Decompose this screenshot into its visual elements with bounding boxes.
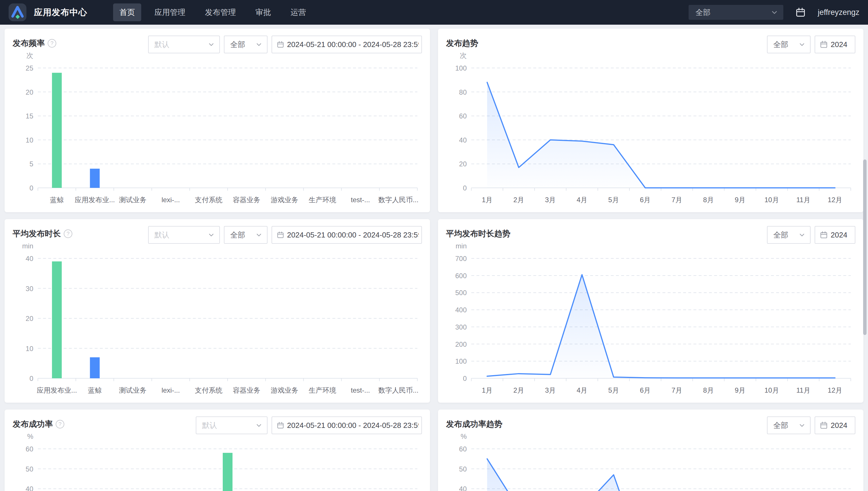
help-icon[interactable]: ? bbox=[56, 420, 64, 429]
chevron-down-icon bbox=[798, 231, 806, 238]
svg-text:支付系统: 支付系统 bbox=[195, 386, 222, 394]
svg-text:4月: 4月 bbox=[577, 386, 587, 394]
tab-operations[interactable]: 运营 bbox=[284, 3, 312, 21]
nav-scope-select-value: 全部 bbox=[696, 7, 710, 18]
username[interactable]: jeffreyzengz bbox=[818, 8, 859, 17]
help-icon[interactable]: ? bbox=[48, 39, 56, 48]
app-logo[interactable] bbox=[9, 3, 26, 21]
card-release-frequency: 发布频率 ? 默认 全部 2024-05-21 00:00:00 - 2024-… bbox=[5, 29, 430, 212]
release-frequency-chart[interactable]: 次0510152025蓝鲸应用发布业...测试业务lexi-...支付系统容器业… bbox=[12, 49, 422, 209]
svg-text:400: 400 bbox=[455, 306, 467, 314]
tab-app-management[interactable]: 应用管理 bbox=[148, 3, 192, 21]
svg-text:5: 5 bbox=[30, 160, 33, 168]
card-title: 平均发布时长 bbox=[12, 228, 61, 239]
svg-text:6月: 6月 bbox=[640, 386, 650, 394]
svg-text:11月: 11月 bbox=[796, 196, 810, 204]
svg-text:3月: 3月 bbox=[545, 196, 556, 204]
chevron-down-icon bbox=[208, 41, 215, 48]
svg-text:0: 0 bbox=[30, 375, 33, 382]
svg-text:100: 100 bbox=[455, 357, 467, 365]
svg-text:25: 25 bbox=[26, 64, 33, 72]
svg-text:8月: 8月 bbox=[703, 196, 714, 204]
calendar-icon[interactable] bbox=[795, 7, 806, 18]
svg-text:20: 20 bbox=[459, 160, 467, 168]
tab-release-management[interactable]: 发布管理 bbox=[199, 3, 242, 21]
calendar-icon bbox=[820, 40, 828, 49]
tab-approval[interactable]: 审批 bbox=[249, 3, 277, 21]
svg-text:支付系统: 支付系统 bbox=[195, 196, 222, 204]
card-avg-release-duration-trend: 平均发布时长趋势 全部 2024 min01002003004005006007… bbox=[438, 219, 863, 403]
svg-text:0: 0 bbox=[463, 375, 467, 382]
vertical-scrollbar-thumb[interactable] bbox=[863, 160, 867, 335]
app-title: 应用发布中心 bbox=[34, 7, 87, 18]
svg-text:游戏业务: 游戏业务 bbox=[271, 386, 298, 394]
svg-text:生产环境: 生产环境 bbox=[309, 386, 336, 394]
release-success-rate-trend-chart[interactable]: %01020304050601月2月3月4月5月6月7月8月9月10月11月12… bbox=[446, 430, 856, 491]
avg-release-duration-trend-chart[interactable]: min01002003004005006007001月2月3月4月5月6月7月8… bbox=[446, 239, 856, 400]
svg-text:0: 0 bbox=[463, 184, 467, 192]
svg-text:3月: 3月 bbox=[545, 386, 556, 394]
card-release-trend: 发布趋势 全部 2024 次0204060801001月2月3月4月5月6月7月… bbox=[438, 29, 863, 212]
card-title: 发布趋势 bbox=[446, 38, 478, 49]
tab-home[interactable]: 首页 bbox=[113, 3, 141, 21]
svg-text:应用发布业...: 应用发布业... bbox=[37, 386, 77, 394]
svg-text:%: % bbox=[461, 433, 467, 440]
svg-text:10: 10 bbox=[26, 136, 33, 144]
svg-text:700: 700 bbox=[455, 255, 467, 262]
nav-scope-select[interactable]: 全部 bbox=[688, 5, 783, 20]
card-avg-release-duration: 平均发布时长 ? 默认 全部 2024-05-21 00:00:00 - 202… bbox=[5, 219, 430, 403]
logo-arrow-icon bbox=[9, 3, 26, 21]
chevron-down-icon bbox=[255, 422, 262, 429]
svg-text:30: 30 bbox=[26, 285, 33, 292]
chevron-down-icon bbox=[798, 422, 806, 429]
svg-text:11月: 11月 bbox=[796, 386, 810, 394]
svg-text:60: 60 bbox=[459, 445, 467, 453]
svg-text:7月: 7月 bbox=[671, 196, 682, 204]
svg-text:数字人民币...: 数字人民币... bbox=[378, 196, 418, 204]
svg-text:6月: 6月 bbox=[640, 196, 650, 204]
svg-text:2月: 2月 bbox=[514, 196, 524, 204]
svg-text:7月: 7月 bbox=[671, 386, 682, 394]
svg-text:次: 次 bbox=[26, 52, 33, 59]
card-title: 发布成功率趋势 bbox=[446, 419, 502, 430]
calendar-icon bbox=[820, 231, 828, 239]
svg-text:游戏业务: 游戏业务 bbox=[271, 196, 298, 204]
calendar-icon bbox=[277, 421, 284, 429]
svg-text:100: 100 bbox=[455, 64, 467, 72]
top-nav-bar: 应用发布中心 首页 应用管理 发布管理 审批 运营 全部 jeffreyzeng… bbox=[0, 0, 868, 25]
chevron-down-icon bbox=[255, 41, 262, 48]
svg-text:%: % bbox=[27, 433, 33, 440]
chevron-down-icon bbox=[208, 231, 215, 238]
chevron-down-icon bbox=[771, 9, 778, 16]
calendar-icon bbox=[277, 231, 284, 239]
svg-text:40: 40 bbox=[459, 136, 467, 144]
svg-text:50: 50 bbox=[26, 465, 33, 473]
card-title: 平均发布时长趋势 bbox=[446, 228, 510, 239]
calendar-icon bbox=[820, 421, 828, 429]
svg-text:1月: 1月 bbox=[482, 196, 492, 204]
svg-text:5月: 5月 bbox=[608, 386, 619, 394]
svg-text:20: 20 bbox=[26, 315, 33, 322]
avg-release-duration-chart[interactable]: min010203040应用发布业...蓝鲸测试业务lexi-...支付系统容器… bbox=[12, 239, 422, 400]
card-release-success-rate-trend: 发布成功率趋势 全部 2024 %01020304050601月2月3月4月5月… bbox=[438, 409, 863, 491]
svg-text:test-...: test-... bbox=[351, 196, 370, 204]
svg-text:60: 60 bbox=[26, 445, 33, 453]
release-trend-chart[interactable]: 次0204060801001月2月3月4月5月6月7月8月9月10月11月12月 bbox=[446, 49, 856, 209]
svg-text:600: 600 bbox=[455, 272, 467, 280]
svg-text:50: 50 bbox=[459, 465, 467, 473]
svg-text:15: 15 bbox=[26, 112, 33, 120]
chevron-down-icon bbox=[798, 41, 806, 48]
svg-text:min: min bbox=[456, 242, 467, 250]
help-icon[interactable]: ? bbox=[64, 229, 72, 238]
svg-text:1月: 1月 bbox=[482, 386, 492, 394]
svg-text:40: 40 bbox=[26, 255, 33, 262]
svg-text:应用发布业...: 应用发布业... bbox=[75, 196, 115, 204]
release-success-rate-chart[interactable]: %0102030405060 bbox=[12, 430, 422, 491]
svg-text:测试业务: 测试业务 bbox=[119, 196, 147, 204]
svg-text:300: 300 bbox=[455, 323, 467, 331]
calendar-icon bbox=[277, 40, 284, 49]
svg-text:9月: 9月 bbox=[735, 386, 745, 394]
svg-text:lexi-...: lexi-... bbox=[162, 386, 180, 394]
svg-text:4月: 4月 bbox=[577, 196, 587, 204]
svg-text:40: 40 bbox=[459, 485, 467, 491]
